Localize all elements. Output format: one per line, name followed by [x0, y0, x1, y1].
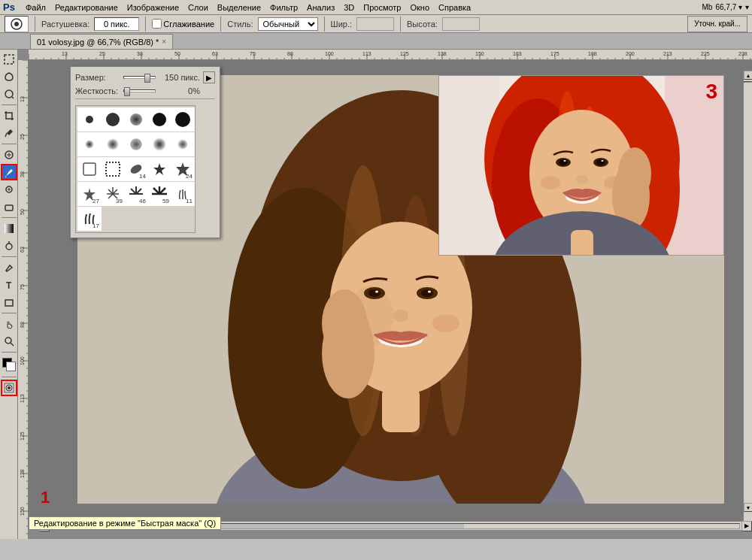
color-swatches[interactable] [1, 356, 17, 373]
brush-cell-3[interactable] [124, 107, 148, 132]
brush-cell-7[interactable] [101, 132, 125, 156]
menu-analysis[interactable]: Анализ [302, 3, 339, 12]
tab-close-btn[interactable]: × [162, 38, 166, 46]
vscroll-down-btn[interactable]: ▼ [744, 503, 752, 512]
tool-brush[interactable] [1, 164, 17, 180]
menu-file[interactable]: Файл [21, 3, 50, 12]
menu-view[interactable]: Просмотр [359, 3, 405, 12]
brush-cell-20[interactable]: 11 [171, 182, 195, 206]
tool-shape[interactable] [1, 294, 17, 310]
brush-cell-5[interactable] [171, 107, 195, 132]
brush-cell-11[interactable] [77, 157, 102, 181]
brush-cell-13[interactable]: 14 [124, 157, 148, 181]
tool-crop[interactable] [1, 107, 17, 124]
svg-point-34 [368, 289, 381, 297]
menu-window[interactable]: Окно [406, 3, 435, 12]
tool-zoom[interactable] [1, 333, 17, 350]
brush-num-11: 11 [186, 198, 193, 204]
brush-cell-1[interactable] [77, 107, 102, 132]
canvas-background: 3 2 Размер: 150 пикс. ▶ Жесткос [29, 60, 752, 530]
hardness-slider-track [123, 89, 156, 92]
vscroll-up-btn[interactable]: ▲ [744, 71, 752, 80]
brush-picker-btn[interactable] [5, 16, 29, 32]
size-arrow-btn[interactable]: ▶ [203, 71, 215, 83]
brush-cell-10[interactable] [171, 132, 195, 156]
style-select[interactable]: Обычный [258, 17, 318, 31]
tool-eraser[interactable] [1, 198, 17, 215]
tool-marquee[interactable] [1, 51, 17, 68]
brush-cell-14[interactable] [147, 157, 171, 181]
svg-line-4 [12, 97, 14, 98]
label-1-num: 1 [41, 488, 50, 507]
canvas-area: 3 2 Размер: 150 пикс. ▶ Жесткос [18, 50, 752, 539]
tool-gradient[interactable] [1, 220, 17, 237]
menu-layers[interactable]: Слои [183, 3, 213, 12]
tool-dodge[interactable] [1, 238, 17, 254]
menu-image[interactable]: Изображение [123, 3, 183, 12]
menu-filter[interactable]: Фильтр [265, 3, 302, 12]
tool-text[interactable]: T [1, 277, 17, 293]
ruler-left [18, 60, 29, 539]
menu-edit[interactable]: Редактирование [50, 3, 123, 12]
feather-input[interactable] [94, 17, 139, 31]
vertical-scrollbar[interactable]: ▲ ▼ [743, 71, 752, 521]
size-value: 150 пикс. [159, 73, 200, 82]
width-input[interactable] [356, 17, 394, 31]
brush-cell-6[interactable] [77, 132, 102, 156]
smooth-checkbox[interactable] [152, 19, 162, 29]
label-3-num: 3 [705, 80, 717, 104]
brush-cell-17[interactable]: 39 [101, 182, 125, 206]
brush-cell-12[interactable] [101, 157, 125, 181]
style-label: Стиль: [227, 20, 253, 29]
svg-line-84 [108, 189, 113, 194]
hardness-slider-thumb[interactable] [124, 87, 130, 96]
svg-rect-12 [5, 205, 13, 210]
tool-quickselect[interactable] [1, 86, 17, 102]
brush-cell-18[interactable]: 46 [124, 182, 148, 206]
brush-cell-21[interactable]: 17 [77, 207, 102, 231]
tool-pen[interactable] [1, 259, 17, 276]
brush-cell-9[interactable] [147, 132, 171, 156]
svg-line-5 [5, 133, 7, 137]
svg-point-37 [421, 289, 433, 297]
toolbox: T [0, 50, 18, 539]
tool-eyedropper[interactable] [1, 125, 17, 141]
brush-cell-8[interactable] [124, 132, 148, 156]
menu-3d[interactable]: 3D [339, 3, 359, 12]
tool-lasso[interactable] [1, 68, 17, 85]
menu-select[interactable]: Выделение [213, 3, 265, 12]
tool-clone[interactable] [1, 181, 17, 198]
size-slider-thumb[interactable] [144, 74, 150, 83]
svg-point-73 [107, 138, 119, 150]
brush-cell-4[interactable] [147, 107, 171, 132]
svg-point-35 [375, 291, 378, 293]
tab-filename: 01 volosу.jpg @ 66,7% (RGB/8) * [37, 38, 159, 47]
svg-rect-44 [382, 387, 420, 432]
hardness-value: 0% [159, 86, 200, 95]
tool-hand[interactable] [1, 316, 17, 332]
document-tab[interactable]: 01 volosу.jpg @ 66,7% (RGB/8) * × [30, 34, 173, 49]
height-input[interactable] [442, 17, 480, 31]
tooltip-text: Редактирование в режиме "Быстрая маска" … [34, 519, 216, 528]
hscroll-right-btn[interactable]: ▶ [741, 521, 752, 531]
tool-quick-mask[interactable] [1, 380, 17, 396]
svg-point-3 [5, 90, 13, 98]
ruler-top [29, 50, 752, 60]
svg-rect-13 [5, 224, 14, 233]
svg-rect-2 [5, 55, 14, 64]
brush-cell-16[interactable]: 27 [77, 182, 102, 206]
brush-cell-2[interactable] [101, 107, 125, 132]
refine-edge-btn[interactable]: Уточн. край... [687, 16, 747, 32]
svg-point-70 [153, 113, 166, 126]
tool-heal[interactable] [1, 147, 17, 163]
svg-point-14 [6, 244, 12, 250]
tab-bar: 01 volosу.jpg @ 66,7% (RGB/8) * × [0, 33, 752, 50]
width-label: Шир.: [331, 20, 352, 29]
svg-point-60 [576, 175, 588, 184]
brush-cell-19[interactable]: 59 [147, 182, 171, 206]
brush-num-39: 39 [116, 198, 123, 204]
brush-cell-15[interactable]: 24 [171, 157, 195, 181]
svg-point-64 [618, 147, 651, 200]
svg-point-72 [85, 140, 94, 149]
menu-help[interactable]: Справка [434, 3, 475, 12]
